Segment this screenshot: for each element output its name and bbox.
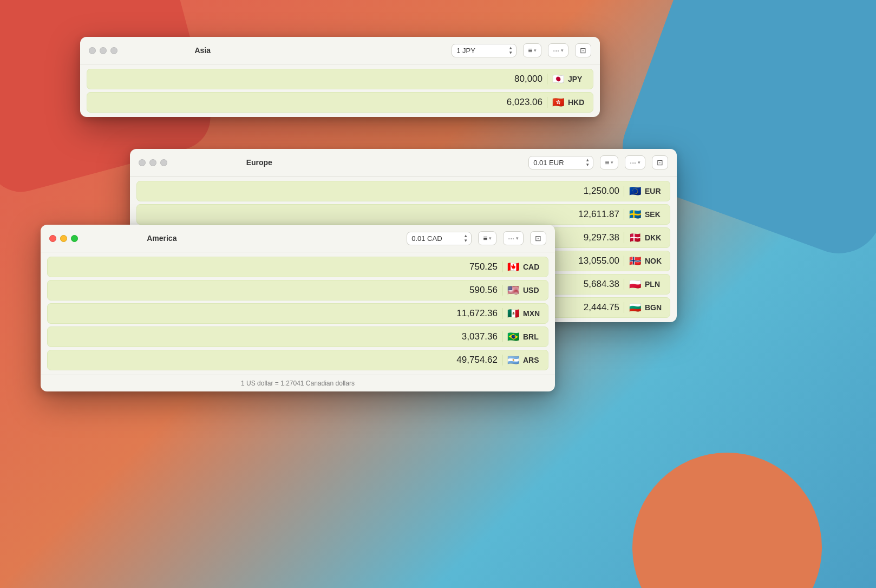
close-button-europe[interactable] — [139, 159, 146, 166]
amount-jpy: 80,000 — [93, 74, 542, 84]
window-america: America 0.01 CAD ▲ ▼ ≡ ▾ ··· ▾ ⊡ 750.25 … — [41, 225, 555, 391]
divider-bgn — [624, 302, 624, 313]
amount-cad: 750.25 — [53, 262, 498, 272]
flag-hkd: 🇭🇰 — [552, 97, 565, 107]
amount-usd: 590.56 — [53, 285, 498, 296]
currency-row-eur[interactable]: 1,250.00 🇪🇺 EUR — [136, 181, 670, 201]
stepper-america[interactable]: ▲ ▼ — [463, 234, 468, 243]
code-dkk: DKK — [645, 233, 664, 242]
list-menu-asia[interactable]: ≡ ▾ — [523, 43, 541, 57]
code-eur: EUR — [645, 187, 664, 195]
divider-brl — [502, 331, 502, 342]
flag-nok: 🇳🇴 — [629, 256, 642, 266]
list-menu-america[interactable]: ≡ ▾ — [478, 231, 496, 245]
dots-chevron-asia: ▾ — [561, 48, 564, 53]
flag-jpy: 🇯🇵 — [552, 74, 565, 84]
minimize-button-america[interactable] — [60, 235, 67, 242]
currency-input-america[interactable]: 0.01 CAD ▲ ▼ — [407, 232, 472, 245]
dots-chevron-america: ▾ — [516, 236, 519, 241]
currency-list-america: 750.25 🇨🇦 CAD 590.56 🇺🇸 USD 11,672.36 🇲🇽… — [41, 252, 555, 375]
divider-usd — [502, 285, 502, 296]
titlebar-america: America 0.01 CAD ▲ ▼ ≡ ▾ ··· ▾ ⊡ — [41, 225, 555, 252]
divider-sek — [624, 209, 624, 220]
currency-row-hkd[interactable]: 6,023.06 🇭🇰 HKD — [87, 92, 593, 113]
currency-list-asia: 80,000 🇯🇵 JPY 6,023.06 🇭🇰 HKD — [80, 64, 600, 117]
stepper-down-europe[interactable]: ▼ — [585, 163, 590, 167]
close-button-america[interactable] — [49, 235, 56, 242]
flag-bgn: 🇧🇬 — [629, 303, 642, 312]
currency-row-brl[interactable]: 3,037.36 🇧🇷 BRL — [47, 326, 548, 347]
sidebar-icon-asia: ⊡ — [580, 46, 586, 55]
currency-row-ars[interactable]: 49,754.62 🇦🇷 ARS — [47, 350, 548, 370]
divider-nok — [624, 256, 624, 266]
sidebar-icon-europe: ⊡ — [657, 158, 663, 167]
code-brl: BRL — [523, 332, 542, 341]
list-icon-asia: ≡ — [528, 46, 532, 55]
list-menu-europe[interactable]: ≡ ▾ — [600, 155, 618, 169]
flag-eur: 🇪🇺 — [629, 186, 642, 196]
maximize-button-europe[interactable] — [160, 159, 167, 166]
code-hkd: HKD — [568, 98, 587, 107]
divider-dkk — [624, 232, 624, 243]
amount-brl: 3,037.36 — [53, 331, 498, 342]
flag-brl: 🇧🇷 — [507, 332, 520, 342]
dots-menu-europe[interactable]: ··· ▾ — [625, 155, 645, 169]
sidebar-toggle-asia[interactable]: ⊡ — [575, 43, 591, 57]
stepper-down-asia[interactable]: ▼ — [508, 51, 513, 55]
list-icon-europe: ≡ — [605, 158, 609, 167]
stepper-up-america[interactable]: ▲ — [463, 234, 468, 238]
flag-mxn: 🇲🇽 — [507, 309, 520, 318]
code-cad: CAD — [523, 263, 542, 271]
window-title-america: America — [84, 234, 239, 243]
flag-dkk: 🇩🇰 — [629, 233, 642, 243]
code-usd: USD — [523, 286, 542, 295]
amount-mxn: 11,672.36 — [53, 308, 498, 319]
code-jpy: JPY — [568, 75, 587, 83]
titlebar-europe: Europe 0.01 EUR ▲ ▼ ≡ ▾ ··· ▾ ⊡ — [130, 149, 677, 177]
flag-usd: 🇺🇸 — [507, 285, 520, 295]
maximize-button-asia[interactable] — [110, 47, 117, 54]
minimize-button-asia[interactable] — [100, 47, 107, 54]
code-ars: ARS — [523, 356, 542, 364]
code-nok: NOK — [645, 257, 664, 265]
sidebar-toggle-america[interactable]: ⊡ — [530, 231, 546, 245]
stepper-up-asia[interactable]: ▲ — [508, 46, 513, 50]
currency-row-usd[interactable]: 590.56 🇺🇸 USD — [47, 280, 548, 300]
minimize-button-europe[interactable] — [149, 159, 156, 166]
currency-row-cad[interactable]: 750.25 🇨🇦 CAD — [47, 257, 548, 277]
currency-row-jpy[interactable]: 80,000 🇯🇵 JPY — [87, 69, 593, 89]
list-icon-america: ≡ — [483, 234, 487, 243]
stepper-asia[interactable]: ▲ ▼ — [508, 46, 513, 55]
status-text-america: 1 US dollar = 1.27041 Canadian dollars — [241, 380, 355, 387]
currency-input-europe[interactable]: 0.01 EUR ▲ ▼ — [528, 156, 593, 169]
code-mxn: MXN — [523, 309, 542, 318]
traffic-lights-america — [49, 235, 78, 242]
flag-sek: 🇸🇪 — [629, 210, 642, 219]
divider-pln — [624, 279, 624, 290]
divider-hkd — [547, 97, 547, 108]
currency-input-value-america: 0.01 CAD — [411, 234, 461, 243]
amount-ars: 49,754.62 — [53, 355, 498, 365]
dots-icon-europe: ··· — [630, 158, 636, 167]
stepper-europe[interactable]: ▲ ▼ — [585, 158, 590, 167]
currency-row-mxn[interactable]: 11,672.36 🇲🇽 MXN — [47, 303, 548, 324]
divider-mxn — [502, 308, 502, 319]
dots-menu-asia[interactable]: ··· ▾ — [548, 43, 568, 57]
dots-chevron-europe: ▾ — [638, 160, 640, 165]
status-bar-america: 1 US dollar = 1.27041 Canadian dollars — [41, 375, 555, 391]
dots-menu-america[interactable]: ··· ▾ — [503, 231, 524, 245]
window-title-europe: Europe — [174, 158, 345, 167]
currency-row-sek[interactable]: 12,611.87 🇸🇪 SEK — [136, 204, 670, 225]
stepper-down-america[interactable]: ▼ — [463, 239, 468, 243]
flag-pln: 🇵🇱 — [629, 279, 642, 289]
sidebar-toggle-europe[interactable]: ⊡ — [652, 155, 668, 169]
maximize-button-america[interactable] — [71, 235, 78, 242]
list-chevron-asia: ▾ — [534, 48, 537, 53]
currency-input-asia[interactable]: 1 JPY ▲ ▼ — [452, 44, 517, 57]
code-sek: SEK — [645, 210, 664, 219]
stepper-up-europe[interactable]: ▲ — [585, 158, 590, 162]
titlebar-asia: Asia 1 JPY ▲ ▼ ≡ ▾ ··· ▾ ⊡ — [80, 37, 600, 64]
divider-jpy — [547, 74, 547, 84]
traffic-lights-europe — [139, 159, 167, 166]
close-button-asia[interactable] — [89, 47, 96, 54]
